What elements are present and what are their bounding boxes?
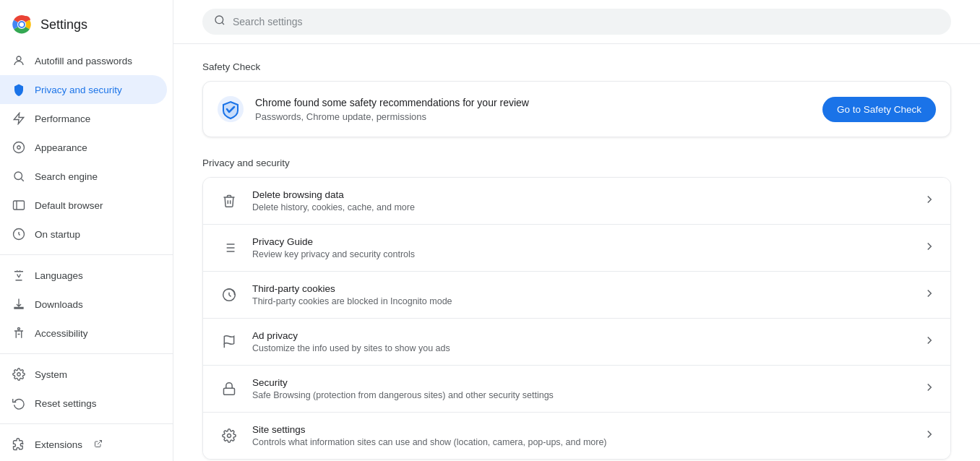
security-desc: Safe Browsing (protection from dangerous…: [252, 390, 911, 400]
downloads-icon: [12, 297, 26, 311]
svg-point-6: [17, 56, 21, 61]
chrome-logo-icon: [12, 14, 32, 35]
app-window: Settings Autofill and passwordsPrivacy a…: [0, 0, 980, 461]
privacy-guide-desc: Review key privacy and security controls: [252, 249, 911, 259]
sidebar-item-default-browser[interactable]: Default browser: [0, 191, 167, 220]
chevron-right-icon: [923, 428, 936, 444]
site-settings-title: Site settings: [252, 424, 911, 435]
ad-privacy-text: Ad privacyCustomize the info used by sit…: [252, 330, 911, 353]
sidebar-item-on-startup[interactable]: On startup: [0, 220, 167, 249]
svg-point-8: [17, 146, 21, 150]
sidebar-item-label-extensions: Extensions: [35, 439, 82, 450]
chevron-right-icon: [923, 334, 936, 350]
privacy-section-heading: Privacy and security: [202, 158, 951, 168]
sidebar-header: Settings: [0, 6, 173, 46]
safety-check-subtitle: Passwords, Chrome update, permissions: [255, 111, 811, 122]
performance-icon: [12, 111, 26, 126]
svg-line-14: [19, 234, 20, 236]
security-text: SecuritySafe Browsing (protection from d…: [252, 377, 911, 400]
safety-check-text: Chrome found some safety recommendations…: [255, 97, 811, 122]
sidebar-item-label-appearance: Appearance: [35, 142, 87, 153]
security-icon: [218, 377, 241, 400]
settings-item-security[interactable]: SecuritySafe Browsing (protection from d…: [203, 366, 950, 413]
privacy-icon: [12, 82, 26, 97]
sidebar-item-label-performance: Performance: [35, 113, 90, 124]
svg-point-7: [14, 142, 25, 153]
sidebar-item-autofill[interactable]: Autofill and passwords: [0, 46, 167, 75]
search-bar[interactable]: [202, 9, 951, 35]
safety-shield-icon: [218, 96, 244, 122]
third-party-cookies-desc: Third-party cookies are blocked in Incog…: [252, 296, 911, 306]
system-icon: [12, 367, 26, 382]
sidebar-item-label-search-engine: Search engine: [35, 171, 98, 182]
sidebar-item-label-privacy: Privacy and security: [35, 85, 122, 95]
appearance-icon: [12, 140, 26, 155]
main-content: Safety Check Chrome found some safety re…: [173, 44, 980, 461]
sidebar-item-label-languages: Languages: [35, 270, 83, 281]
sidebar-nav: Autofill and passwordsPrivacy and securi…: [0, 46, 173, 461]
settings-item-third-party-cookies[interactable]: Third-party cookiesThird-party cookies a…: [203, 272, 950, 319]
svg-point-33: [228, 434, 231, 438]
delete-browsing-data-text: Delete browsing dataDelete history, cook…: [252, 189, 911, 212]
svg-line-17: [98, 440, 102, 444]
site-settings-text: Site settingsControls what information s…: [252, 424, 911, 447]
sidebar-item-reset-settings[interactable]: Reset settings: [0, 389, 167, 418]
third-party-cookies-icon: [218, 283, 241, 306]
ad-privacy-title: Ad privacy: [252, 330, 911, 341]
search-engine-icon: [12, 169, 26, 184]
svg-rect-32: [224, 388, 235, 395]
privacy-guide-title: Privacy Guide: [252, 236, 911, 247]
sidebar-divider: [0, 254, 173, 255]
settings-item-delete-browsing-data[interactable]: Delete browsing dataDelete history, cook…: [203, 178, 950, 225]
settings-item-ad-privacy[interactable]: Ad privacyCustomize the info used by sit…: [203, 319, 950, 366]
sidebar-item-label-reset-settings: Reset settings: [35, 398, 97, 409]
sidebar-item-search-engine[interactable]: Search engine: [0, 162, 167, 191]
sidebar-divider-2: [0, 353, 173, 354]
ad-privacy-icon: [218, 330, 241, 353]
default-browser-icon: [12, 198, 26, 212]
sidebar-item-performance[interactable]: Performance: [0, 104, 167, 133]
svg-point-15: [18, 328, 20, 330]
sidebar-item-appearance[interactable]: Appearance: [0, 133, 167, 162]
sidebar-item-label-system: System: [35, 369, 67, 380]
sidebar-item-downloads[interactable]: Downloads: [0, 290, 167, 319]
privacy-guide-text: Privacy GuideReview key privacy and secu…: [252, 236, 911, 259]
languages-icon: [12, 268, 26, 283]
sidebar-item-label-autofill: Autofill and passwords: [35, 56, 132, 66]
site-settings-icon: [218, 424, 241, 447]
delete-browsing-data-title: Delete browsing data: [252, 189, 911, 200]
autofill-icon: [12, 53, 26, 68]
settings-item-site-settings[interactable]: Site settingsControls what information s…: [203, 413, 950, 459]
accessibility-icon: [12, 326, 26, 340]
sidebar-item-privacy[interactable]: Privacy and security: [0, 75, 167, 104]
third-party-cookies-title: Third-party cookies: [252, 283, 911, 294]
site-settings-desc: Controls what information sites can use …: [252, 437, 911, 447]
ad-privacy-desc: Customize the info used by sites to show…: [252, 343, 911, 353]
sidebar-item-system[interactable]: System: [0, 360, 167, 389]
external-link-icon: [94, 439, 103, 450]
sidebar-item-label-downloads: Downloads: [35, 299, 83, 310]
safety-check-title: Chrome found some safety recommendations…: [255, 97, 811, 108]
sidebar-item-accessibility[interactable]: Accessibility: [0, 319, 167, 348]
chevron-right-icon: [923, 287, 936, 303]
sidebar-item-extensions[interactable]: Extensions: [0, 430, 167, 459]
safety-check-button[interactable]: Go to Safety Check: [822, 97, 936, 122]
privacy-guide-icon: [218, 236, 241, 259]
sidebar-item-label-default-browser: Default browser: [35, 200, 103, 211]
safety-check-card: Chrome found some safety recommendations…: [202, 81, 951, 137]
search-icon: [214, 14, 225, 29]
sidebar: Settings Autofill and passwordsPrivacy a…: [0, 0, 173, 461]
search-input[interactable]: [233, 16, 940, 27]
settings-item-privacy-guide[interactable]: Privacy GuideReview key privacy and secu…: [203, 225, 950, 272]
delete-browsing-data-icon: [218, 189, 241, 212]
chevron-right-icon: [923, 240, 936, 257]
delete-browsing-data-desc: Delete history, cookies, cache, and more: [252, 202, 911, 212]
on-startup-icon: [12, 227, 26, 241]
sidebar-divider-3: [0, 423, 173, 424]
extensions-icon: [12, 437, 26, 452]
sidebar-item-label-accessibility: Accessibility: [35, 328, 88, 339]
svg-line-10: [21, 178, 23, 181]
svg-line-22: [222, 22, 224, 25]
sidebar-item-languages[interactable]: Languages: [0, 261, 167, 290]
svg-point-9: [14, 172, 22, 180]
